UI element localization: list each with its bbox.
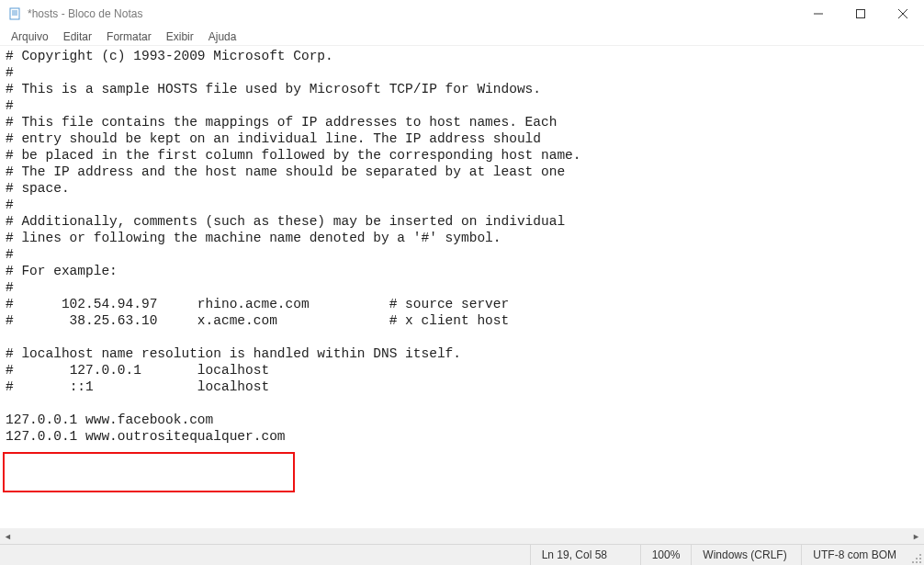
menu-arquivo[interactable]: Arquivo (4, 28, 56, 45)
window-controls (797, 0, 924, 28)
close-button[interactable] (882, 0, 924, 28)
minimize-button[interactable] (797, 0, 839, 28)
svg-rect-5 (857, 10, 865, 18)
scroll-track[interactable] (16, 528, 908, 544)
svg-point-12 (916, 561, 918, 563)
status-line-ending: Windows (CRLF) (691, 545, 801, 565)
status-encoding: UTF-8 com BOM (801, 545, 907, 565)
menu-ajuda[interactable]: Ajuda (201, 28, 244, 45)
status-zoom: 100% (640, 545, 692, 565)
svg-rect-0 (10, 8, 19, 19)
svg-point-10 (919, 558, 921, 559)
text-editor[interactable]: # Copyright (c) 1993-2009 Microsoft Corp… (0, 46, 924, 528)
menu-formatar[interactable]: Formatar (99, 28, 159, 45)
svg-point-8 (919, 554, 921, 556)
editor-area: # Copyright (c) 1993-2009 Microsoft Corp… (0, 46, 924, 544)
horizontal-scrollbar[interactable]: ◄ ► (0, 528, 924, 544)
resize-grip-icon[interactable] (907, 545, 924, 566)
statusbar: Ln 19, Col 58 100% Windows (CRLF) UTF-8 … (0, 544, 924, 565)
maximize-button[interactable] (839, 0, 882, 28)
notepad-icon (7, 6, 22, 21)
scroll-right-arrow-icon[interactable]: ► (908, 528, 924, 544)
window-title: *hosts - Bloco de Notas (28, 7, 142, 20)
svg-point-13 (919, 561, 921, 563)
menu-editar[interactable]: Editar (56, 28, 99, 45)
svg-point-9 (916, 558, 918, 559)
menu-exibir[interactable]: Exibir (159, 28, 201, 45)
status-cursor-position: Ln 19, Col 58 (530, 545, 640, 565)
scroll-left-arrow-icon[interactable]: ◄ (0, 528, 16, 544)
svg-point-11 (912, 561, 914, 563)
menubar: Arquivo Editar Formatar Exibir Ajuda (0, 28, 924, 46)
titlebar: *hosts - Bloco de Notas (0, 0, 924, 28)
